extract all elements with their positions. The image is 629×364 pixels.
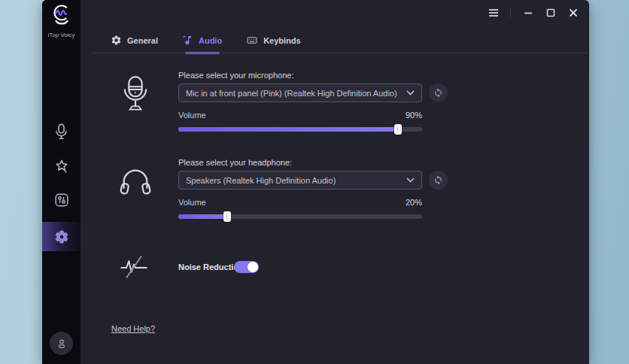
microphone-device-value: Mic in at front panel (Pink) (Realtek Hi… xyxy=(186,89,397,98)
refresh-icon xyxy=(433,175,443,185)
headphone-volume-label: Volume xyxy=(178,198,206,207)
microphone-volume-slider[interactable] xyxy=(178,127,422,132)
gear-icon xyxy=(54,229,69,244)
gear-outline-icon xyxy=(111,35,122,46)
settings-tabs: General Audio Keybinds xyxy=(111,35,301,52)
tab-keybinds-label: Keybinds xyxy=(263,36,301,45)
refresh-icon xyxy=(433,88,443,98)
microphone-select-label: Please select your microphone: xyxy=(178,71,293,80)
microphone-volume-row: Volume 90% xyxy=(178,111,422,120)
maximize-icon[interactable] xyxy=(545,7,556,18)
headphone-volume-slider[interactable] xyxy=(178,214,422,219)
sidebar-item-voice-effects[interactable] xyxy=(42,155,81,177)
microphone-large-icon xyxy=(121,75,150,113)
user-icon xyxy=(56,338,68,350)
chevron-down-icon xyxy=(406,90,415,96)
microphone-icon xyxy=(53,123,69,141)
headphone-select-label: Please select your headphone: xyxy=(178,158,292,167)
headphone-volume-row: Volume 20% xyxy=(178,198,422,207)
app-name: iTop Voicy xyxy=(42,32,81,38)
app-window: iTop Voicy xyxy=(42,0,589,364)
noise-reduction-toggle[interactable] xyxy=(234,261,259,273)
headphone-volume-value: 20% xyxy=(406,198,422,207)
headphone-device-value: Speakers (Realtek High Definition Audio) xyxy=(186,176,336,185)
sidebar-item-soundboard[interactable] xyxy=(42,189,81,211)
sidebar: iTop Voicy xyxy=(42,0,81,364)
headphone-volume-fill xyxy=(178,214,227,219)
account-button[interactable] xyxy=(50,332,73,355)
tab-general-label: General xyxy=(127,36,158,45)
headphone-select-row: Speakers (Realtek High Definition Audio) xyxy=(178,171,448,190)
soundboard-icon xyxy=(53,192,70,208)
close-icon[interactable] xyxy=(567,7,579,18)
tab-audio-label: Audio xyxy=(199,36,222,45)
sidebar-item-voice[interactable] xyxy=(42,120,81,143)
window-controls xyxy=(488,7,579,18)
need-help-link[interactable]: Need Help? xyxy=(111,324,155,333)
tab-audio[interactable]: Audio xyxy=(182,35,222,52)
sidebar-item-settings[interactable] xyxy=(42,222,81,251)
chevron-down-icon xyxy=(406,177,415,183)
itop-voicy-logo-icon xyxy=(50,4,73,28)
headphone-refresh-button[interactable] xyxy=(429,171,448,190)
window-controls-divider xyxy=(510,8,511,17)
microphone-volume-value: 90% xyxy=(406,111,422,120)
microphone-volume-handle[interactable] xyxy=(394,124,402,135)
microphone-volume-fill xyxy=(178,127,398,132)
tabs-divider xyxy=(92,53,588,53)
menu-icon[interactable] xyxy=(488,7,499,18)
headphone-volume-handle[interactable] xyxy=(223,211,231,222)
noise-reduction-icon xyxy=(120,254,148,280)
app-logo: iTop Voicy xyxy=(42,4,81,38)
keyboard-icon xyxy=(246,35,258,46)
headphone-device-select[interactable]: Speakers (Realtek High Definition Audio) xyxy=(178,171,422,190)
microphone-volume-label: Volume xyxy=(178,111,206,120)
content-area: General Audio Keybinds xyxy=(81,0,589,364)
microphone-select-row: Mic in at front panel (Pink) (Realtek Hi… xyxy=(178,83,448,102)
tab-general[interactable]: General xyxy=(111,35,158,52)
magic-star-icon xyxy=(53,158,70,174)
microphone-refresh-button[interactable] xyxy=(429,83,448,102)
tab-keybinds[interactable]: Keybinds xyxy=(246,35,301,52)
microphone-device-select[interactable]: Mic in at front panel (Pink) (Realtek Hi… xyxy=(178,83,422,102)
headphones-large-icon xyxy=(119,167,152,197)
music-note-icon xyxy=(182,35,193,46)
minimize-icon[interactable] xyxy=(522,7,533,18)
toggle-knob xyxy=(248,262,258,272)
